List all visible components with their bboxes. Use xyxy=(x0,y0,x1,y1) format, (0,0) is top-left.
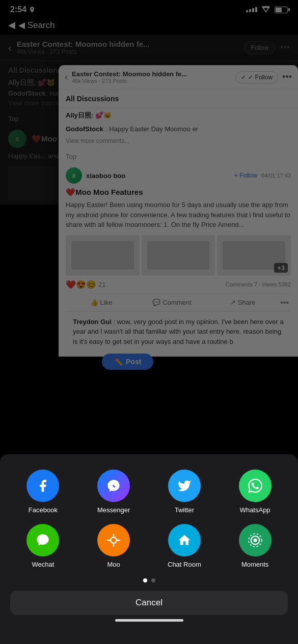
share-item-whatsapp[interactable]: WhatsApp xyxy=(222,470,288,514)
chatroom-label: Chat Room xyxy=(168,561,201,568)
svg-point-1 xyxy=(253,539,257,542)
svg-point-0 xyxy=(111,537,117,543)
whatsapp-label: WhatsApp xyxy=(240,506,270,514)
cancel-button[interactable]: Cancel xyxy=(10,591,288,615)
share-item-moo[interactable]: Moo xyxy=(81,524,147,568)
share-item-wechat[interactable]: Wechat xyxy=(10,524,76,568)
share-item-facebook[interactable]: Facebook xyxy=(10,470,76,514)
cancel-row: Cancel xyxy=(0,591,298,615)
moments-icon xyxy=(239,524,272,557)
messenger-icon xyxy=(97,470,130,502)
facebook-label: Facebook xyxy=(29,506,58,514)
twitter-icon xyxy=(168,470,201,502)
moo-icon xyxy=(97,524,130,557)
moo-label: Moo xyxy=(107,561,120,568)
twitter-label: Twitter xyxy=(175,506,194,514)
wechat-label: Wechat xyxy=(32,561,54,568)
dot-2 xyxy=(151,578,155,582)
home-indicator xyxy=(0,615,298,624)
share-bottom-sheet: Facebook Messenger Twitter xyxy=(0,454,298,644)
share-apps-grid: Facebook Messenger Twitter xyxy=(0,464,298,578)
chatroom-icon xyxy=(168,524,201,557)
dot-1 xyxy=(143,578,147,582)
facebook-icon xyxy=(26,470,59,502)
moments-label: Moments xyxy=(241,561,268,568)
wechat-icon xyxy=(26,524,59,557)
share-item-twitter[interactable]: Twitter xyxy=(152,470,218,514)
share-item-moments[interactable]: Moments xyxy=(222,524,288,568)
whatsapp-icon xyxy=(239,470,272,502)
dim-overlay xyxy=(0,0,298,417)
share-item-chatroom[interactable]: Chat Room xyxy=(152,524,218,568)
page-indicators xyxy=(0,578,298,582)
messenger-label: Messenger xyxy=(97,506,130,514)
share-item-messenger[interactable]: Messenger xyxy=(81,470,147,514)
